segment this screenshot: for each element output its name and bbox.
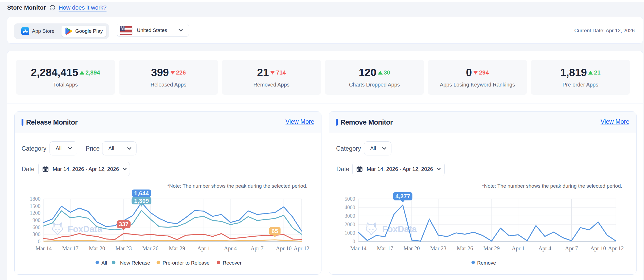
svg-text:Recover: Recover: [223, 260, 242, 266]
svg-text:Apr 4: Apr 4: [224, 245, 237, 252]
svg-text:?: ?: [51, 6, 53, 10]
svg-text:Pre-order to Release: Pre-order to Release: [163, 260, 209, 266]
svg-text:1200: 1200: [30, 210, 40, 216]
svg-text:Apr 10: Apr 10: [276, 245, 292, 252]
svg-text:Mar 23: Mar 23: [115, 245, 132, 252]
svg-text:1,644: 1,644: [134, 190, 149, 197]
svg-text:65: 65: [272, 228, 278, 234]
svg-text:Mar 23: Mar 23: [430, 245, 446, 252]
svg-text:New Release: New Release: [120, 260, 150, 266]
svg-text:5000: 5000: [345, 196, 355, 202]
svg-text:Remove: Remove: [477, 260, 496, 266]
svg-text:Mar 14: Mar 14: [35, 245, 52, 252]
svg-text:FoxData: FoxData: [382, 224, 417, 234]
svg-text:Apr 12: Apr 12: [294, 245, 309, 252]
svg-text:0: 0: [353, 238, 355, 244]
svg-text:Mar 20: Mar 20: [403, 245, 420, 252]
svg-text:Mar 14: Mar 14: [350, 245, 367, 252]
svg-text:337: 337: [119, 221, 129, 228]
svg-text:2000: 2000: [345, 221, 355, 227]
svg-text:Apr 12: Apr 12: [608, 245, 624, 252]
svg-text:Mar 20: Mar 20: [89, 245, 105, 252]
svg-text:0: 0: [38, 238, 40, 244]
svg-text:All: All: [101, 260, 107, 266]
svg-text:3000: 3000: [345, 213, 355, 219]
svg-text:Mar 17: Mar 17: [62, 245, 79, 252]
svg-text:4000: 4000: [345, 204, 355, 210]
svg-text:4,277: 4,277: [395, 193, 410, 200]
svg-text:1000: 1000: [345, 230, 355, 236]
svg-text:600: 600: [32, 224, 40, 230]
svg-text:1,309: 1,309: [134, 197, 149, 204]
svg-text:300: 300: [32, 231, 40, 237]
svg-text:Mar 29: Mar 29: [484, 245, 500, 252]
svg-text:900: 900: [32, 217, 40, 223]
svg-text:Mar 17: Mar 17: [377, 245, 393, 252]
svg-text:Apr 10: Apr 10: [590, 245, 606, 252]
svg-text:Apr 7: Apr 7: [251, 245, 263, 252]
svg-text:Mar 26: Mar 26: [142, 245, 158, 252]
svg-text:FoxData: FoxData: [68, 224, 102, 234]
svg-text:Apr 4: Apr 4: [538, 245, 551, 252]
svg-text:1800: 1800: [30, 196, 40, 202]
svg-text:Apr 7: Apr 7: [565, 245, 578, 252]
svg-text:1500: 1500: [30, 203, 40, 209]
svg-text:Apr 1: Apr 1: [197, 245, 210, 252]
svg-text:Mar 29: Mar 29: [169, 245, 185, 252]
svg-text:Apr 1: Apr 1: [512, 245, 525, 252]
svg-text:Mar 26: Mar 26: [457, 245, 473, 252]
